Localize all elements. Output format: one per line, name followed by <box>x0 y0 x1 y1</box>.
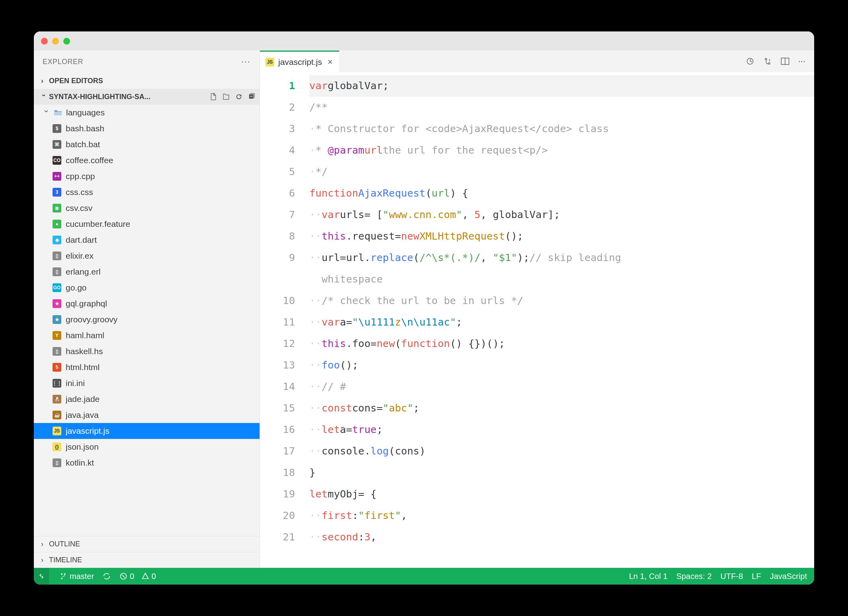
svg-line-4 <box>122 575 125 578</box>
tab-bar: JS javascript.js × ··· <box>260 51 814 72</box>
compare-icon[interactable] <box>763 57 772 66</box>
chevron-right-icon: › <box>41 77 47 85</box>
folder-label: languages <box>66 108 105 117</box>
file-dart-dart[interactable]: ◆dart.dart <box>34 232 260 248</box>
zoom-traffic-light[interactable] <box>63 38 70 45</box>
branch-label: master <box>70 572 94 581</box>
outline-section[interactable]: › OUTLINE <box>34 536 260 552</box>
file-icon: ⋮⋮ <box>52 378 62 388</box>
folder-languages[interactable]: › languages <box>34 105 260 121</box>
collapse-all-icon[interactable] <box>248 93 256 101</box>
new-file-icon[interactable] <box>209 93 217 101</box>
file-javascript-js[interactable]: JSjavascript.js <box>34 423 260 439</box>
file-haml-haml[interactable]: Yhaml.haml <box>34 327 260 343</box>
file-label: cucumber.feature <box>66 219 130 229</box>
file-icon: {} <box>52 442 62 452</box>
editor-group: JS javascript.js × ··· 12345678910111213… <box>260 51 814 568</box>
language-mode[interactable]: JavaScript <box>770 572 807 581</box>
problems-button[interactable]: 0 0 <box>119 572 156 581</box>
file-icon: ▯ <box>52 347 62 356</box>
refresh-icon[interactable] <box>235 93 243 101</box>
close-icon[interactable]: × <box>328 57 333 67</box>
file-label: bash.bash <box>66 124 104 133</box>
file-icon: ⌘ <box>52 140 62 149</box>
file-label: jade.jade <box>66 394 100 404</box>
file-cucumber-feature[interactable]: ●cucumber.feature <box>34 216 260 232</box>
file-icon: ★ <box>52 315 62 324</box>
file-icon: 5 <box>52 363 62 372</box>
file-html-html[interactable]: 5html.html <box>34 359 260 375</box>
file-label: ini.ini <box>66 378 85 388</box>
file-jade-jade[interactable]: 🐶jade.jade <box>34 391 260 407</box>
tab-javascript[interactable]: JS javascript.js × <box>260 51 339 72</box>
more-icon[interactable]: ··· <box>798 56 805 66</box>
remote-button[interactable] <box>34 568 49 585</box>
svg-rect-0 <box>250 96 252 97</box>
file-kotlin-kt[interactable]: ▯kotlin.kt <box>34 455 260 471</box>
repo-section[interactable]: › SYNTAX-HIGHLIGHTING-SA... <box>34 89 260 105</box>
file-icon: ▯ <box>52 267 62 277</box>
eol[interactable]: LF <box>752 572 761 581</box>
file-label: haskell.hs <box>66 347 103 356</box>
file-label: coffee.coffee <box>66 156 113 165</box>
file-icon: ● <box>52 219 62 229</box>
file-java-java[interactable]: ☕java.java <box>34 407 260 423</box>
outline-label: OUTLINE <box>49 540 80 548</box>
file-coffee-coffee[interactable]: COcoffee.coffee <box>34 152 260 168</box>
chevron-right-icon: › <box>41 556 47 564</box>
folder-icon <box>54 109 62 117</box>
split-editor-icon[interactable] <box>781 57 789 66</box>
open-editors-label: OPEN EDITORS <box>49 77 103 85</box>
open-editors-section[interactable]: › OPEN EDITORS <box>34 73 260 89</box>
file-label: cpp.cpp <box>66 172 95 181</box>
file-label: css.css <box>66 187 93 197</box>
file-icon: CO <box>52 156 62 165</box>
file-icon: ◆ <box>52 235 62 245</box>
file-icon: 🐶 <box>52 394 62 404</box>
file-groovy-groovy[interactable]: ★groovy.groovy <box>34 312 260 327</box>
file-icon: $ <box>52 124 62 133</box>
sync-button[interactable] <box>103 572 111 580</box>
repo-label: SYNTAX-HIGHLIGHTING-SA... <box>49 93 150 101</box>
file-label: gql.graphql <box>66 299 107 308</box>
file-icon: 3 <box>52 187 62 197</box>
file-haskell-hs[interactable]: ▯haskell.hs <box>34 343 260 359</box>
chevron-down-icon: › <box>42 110 52 115</box>
file-css-css[interactable]: 3css.css <box>34 184 260 200</box>
file-icon: ▯ <box>52 458 62 468</box>
file-label: java.java <box>66 410 99 420</box>
cursor-position[interactable]: Ln 1, Col 1 <box>629 572 668 581</box>
vscode-window: EXPLORER ··· › OPEN EDITORS › SYNTAX-HIG… <box>34 31 814 585</box>
status-bar: master 0 0 Ln 1, Col 1 Spaces: 2 UTF-8 L… <box>34 568 814 585</box>
file-label: dart.dart <box>66 235 97 245</box>
timeline-section[interactable]: › TIMELINE <box>34 552 260 568</box>
file-label: erlang.erl <box>66 267 101 277</box>
close-traffic-light[interactable] <box>41 38 48 45</box>
file-elixir-ex[interactable]: ▯elixir.ex <box>34 248 260 264</box>
indentation[interactable]: Spaces: 2 <box>676 572 712 581</box>
file-icon: ++ <box>52 172 62 181</box>
file-go-go[interactable]: GOgo.go <box>34 280 260 296</box>
file-erlang-erl[interactable]: ▯erlang.erl <box>34 264 260 280</box>
file-ini-ini[interactable]: ⋮⋮ini.ini <box>34 375 260 391</box>
git-branch[interactable]: master <box>59 572 94 581</box>
timeline-icon[interactable] <box>746 57 754 66</box>
file-label: haml.haml <box>66 331 104 340</box>
file-json-json[interactable]: {}json.json <box>34 439 260 455</box>
minimize-traffic-light[interactable] <box>52 38 59 45</box>
js-icon: JS <box>266 58 274 66</box>
file-label: kotlin.kt <box>66 458 94 468</box>
file-cpp-cpp[interactable]: ++cpp.cpp <box>34 168 260 184</box>
code-content[interactable]: var globalVar;/**·* Constructor for <cod… <box>306 72 814 568</box>
new-folder-icon[interactable] <box>222 93 230 101</box>
file-batch-bat[interactable]: ⌘batch.bat <box>34 136 260 152</box>
warning-count: 0 <box>152 572 156 581</box>
file-gql-graphql[interactable]: ★gql.graphql <box>34 296 260 312</box>
error-count: 0 <box>130 572 134 581</box>
titlebar <box>34 31 814 51</box>
file-bash-bash[interactable]: $bash.bash <box>34 121 260 136</box>
explorer-more-icon[interactable]: ··· <box>241 57 251 67</box>
file-icon: JS <box>52 426 62 436</box>
file-csv-csv[interactable]: ≣csv.csv <box>34 200 260 216</box>
encoding[interactable]: UTF-8 <box>721 572 743 581</box>
